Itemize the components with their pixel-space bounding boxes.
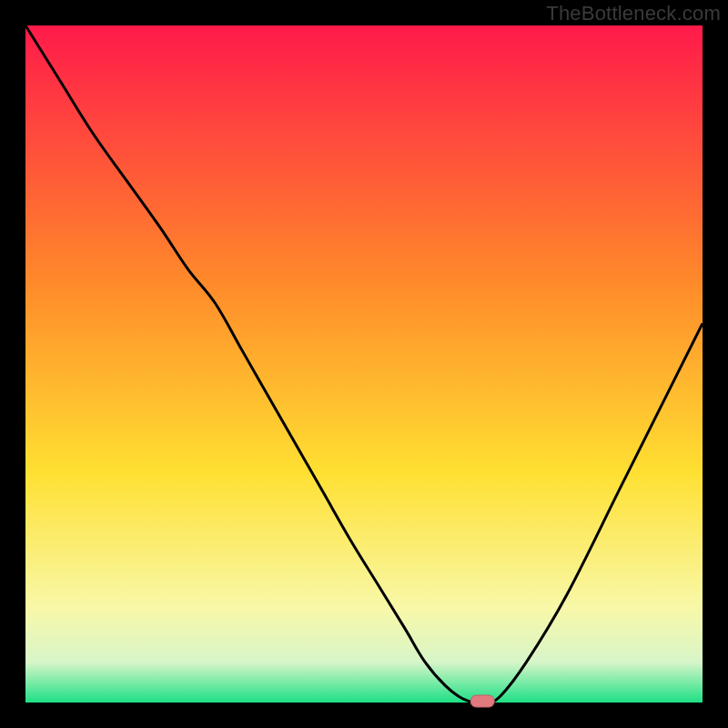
watermark-text: TheBottleneck.com — [546, 2, 721, 25]
optimal-marker — [470, 695, 494, 707]
chart-frame: TheBottleneck.com — [0, 0, 728, 728]
bottleneck-chart — [0, 0, 728, 728]
plot-area — [25, 25, 703, 703]
